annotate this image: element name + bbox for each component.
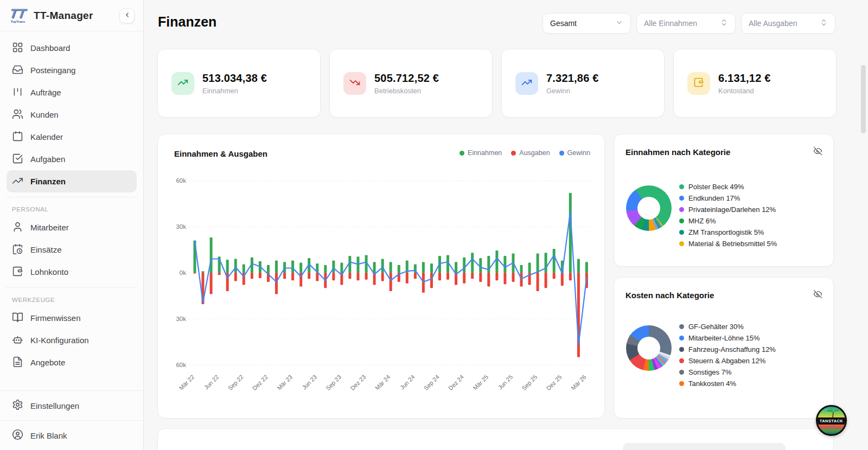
- calendar-icon: [12, 131, 23, 144]
- sidebar-item-kunden[interactable]: Kunden: [7, 104, 137, 126]
- income-legend-item: MHZ 6%: [679, 215, 777, 227]
- sidebar-item-posteingang[interactable]: Posteingang: [7, 59, 137, 81]
- legend-dot: [679, 241, 684, 246]
- income-legend-item: Polster Beck 49%: [679, 181, 777, 192]
- legend-dot: [679, 381, 684, 386]
- sidebar-item-label: Lohnkonto: [30, 267, 68, 277]
- stat-value: 6.131,12 €: [718, 72, 771, 85]
- eye-off-icon: [813, 291, 822, 300]
- sidebar-item-ki-konfiguration[interactable]: KI-Konfiguration: [7, 329, 137, 351]
- sidebar: TT TopTrans TT-Manager Dashboard Postein…: [0, 0, 144, 450]
- svg-text:Dez 22: Dez 22: [251, 374, 269, 391]
- inbox-icon: [12, 64, 23, 77]
- chevrons-up-down-icon: [720, 18, 728, 28]
- gear-icon: [12, 399, 23, 412]
- palm-tree-icon: [825, 408, 841, 417]
- svg-text:Sep 22: Sep 22: [227, 374, 245, 391]
- legend-dot: [679, 324, 684, 329]
- legend-dot: [679, 207, 684, 212]
- sidebar-item-lohnkonto[interactable]: Lohnkonto: [7, 261, 137, 283]
- divider: [5, 287, 138, 288]
- sidebar-collapse-button[interactable]: [119, 8, 135, 23]
- sidebar-item-label: Erik Blank: [30, 431, 67, 440]
- legend-dot: [679, 196, 684, 201]
- svg-text:Dez 23: Dez 23: [349, 374, 367, 391]
- svg-text:Mär 25: Mär 25: [472, 374, 490, 391]
- wallet-icon: [12, 266, 23, 279]
- legend-item-einnahmen[interactable]: Einnahmen: [459, 149, 502, 157]
- sidebar-item-auftraege[interactable]: Aufträge: [7, 81, 137, 104]
- sidebar-item-label: Firmenwissen: [30, 313, 81, 323]
- stat-card-betriebskosten: 505.712,52 € Betriebskosten: [329, 49, 493, 118]
- column-bars-icon: [12, 86, 23, 99]
- cost-legend-item: Fahrzeug-Anschaffung 12%: [679, 344, 776, 355]
- legend-dot: [679, 218, 684, 223]
- trending-up-icon: [521, 77, 532, 90]
- legend-dot: [679, 347, 684, 352]
- sidebar-item-einstellungen[interactable]: Einstellungen: [7, 394, 137, 417]
- legend-label: Material & Betriebsmittel 5%: [688, 240, 777, 248]
- legend-dot: [459, 151, 464, 156]
- svg-text:30k: 30k: [176, 316, 186, 322]
- legend-label: Einnahmen: [468, 149, 502, 157]
- circle-user-icon: [12, 429, 23, 442]
- sidebar-item-finanzen[interactable]: Finanzen: [7, 170, 137, 192]
- income-filter-select[interactable]: Alle Einnahmen: [636, 13, 736, 34]
- chevron-left-icon: [124, 11, 131, 21]
- sidebar-item-firmenwissen[interactable]: Firmenwissen: [7, 307, 137, 329]
- legend-item-gewinn[interactable]: Gewinn: [559, 149, 590, 157]
- tanstack-devtools-button[interactable]: TANSTACK: [816, 405, 847, 436]
- toggle-visibility-button[interactable]: [813, 290, 822, 301]
- svg-text:Mär 22: Mär 22: [178, 374, 196, 391]
- svg-text:Sep 23: Sep 23: [324, 374, 342, 391]
- sidebar-item-dashboard[interactable]: Dashboard: [7, 37, 137, 59]
- cost-categories-card: Kosten nach Kategorie GF-Gehälter 30% Mi…: [614, 277, 834, 419]
- sidebar-item-mitarbeiter[interactable]: Mitarbeiter: [7, 216, 137, 239]
- main-scrollbar-thumb[interactable]: [861, 65, 866, 133]
- svg-text:Sep 24: Sep 24: [423, 374, 441, 391]
- sidebar-item-aufgaben[interactable]: Aufgaben: [7, 148, 137, 170]
- filter-bar: Gesamt Alle Einnahmen Alle Ausgaben: [542, 13, 835, 34]
- robot-icon: [12, 334, 23, 347]
- cost-categories-title: Kosten nach Kategorie: [626, 291, 714, 300]
- legend-item-ausgaben[interactable]: Ausgaben: [511, 149, 550, 157]
- logo-tt-text: TT: [9, 8, 27, 20]
- stat-card-gewinn: 7.321,86 € Gewinn: [501, 49, 665, 118]
- finance-chart-svg: 60k30k0k30k60kMär 22Jun 22Sep 22Dez 22Mä…: [164, 167, 598, 414]
- period-select[interactable]: Gesamt: [542, 13, 631, 34]
- svg-text:60k: 60k: [176, 362, 186, 368]
- sidebar-item-label: Finanzen: [30, 177, 66, 186]
- stat-value: 513.034,38 €: [202, 72, 267, 85]
- sidebar-item-user-erik-blank[interactable]: Erik Blank: [7, 424, 137, 447]
- cost-legend: GF-Gehälter 30% Mitarbeiter-Löhne 15% Fa…: [679, 321, 776, 389]
- income-legend-item: Material & Betriebsmittel 5%: [679, 238, 777, 249]
- cost-legend-item: GF-Gehälter 30%: [679, 321, 776, 332]
- dashboard-grid-icon: [12, 42, 23, 55]
- sidebar-item-angebote[interactable]: Angebote: [7, 351, 137, 374]
- stat-card-einnahmen: 513.034,38 € Einnahmen: [157, 49, 321, 118]
- income-categories-card: Einnahmen nach Kategorie Polster Beck 49…: [614, 134, 834, 267]
- toggle-visibility-button[interactable]: [813, 146, 822, 158]
- sidebar-item-einsaetze[interactable]: Einsätze: [7, 239, 137, 261]
- income-categories-title: Einnahmen nach Kategorie: [626, 147, 730, 157]
- legend-dot: [679, 336, 684, 340]
- sidebar-item-label: KI-Konfiguration: [30, 336, 89, 345]
- legend-label: GF-Gehälter 30%: [688, 323, 744, 331]
- stat-label: Kontostand: [718, 87, 771, 95]
- expense-filter-select[interactable]: Alle Ausgaben: [741, 13, 835, 34]
- sidebar-item-label: Einstellungen: [30, 401, 79, 410]
- finance-combo-chart: 60k30k0k30k60kMär 22Jun 22Sep 22Dez 22Mä…: [164, 167, 598, 414]
- sidebar-item-label: Dashboard: [30, 43, 70, 53]
- legend-dot: [679, 184, 684, 189]
- sidebar-item-label: Posteingang: [30, 66, 75, 75]
- stat-value: 7.321,86 €: [546, 72, 599, 85]
- svg-text:Dez 25: Dez 25: [545, 374, 563, 391]
- trending-up-icon: [177, 77, 188, 90]
- chevrons-up-down-icon: [820, 18, 828, 28]
- svg-text:0k: 0k: [180, 269, 186, 276]
- legend-label: Tankkosten 4%: [688, 380, 736, 388]
- section-label-werkzeuge: WERKZEUGE: [7, 292, 137, 307]
- sidebar-item-kalender[interactable]: Kalender: [7, 126, 137, 148]
- stat-icon-1: [343, 72, 366, 95]
- trending-down-icon: [349, 77, 360, 90]
